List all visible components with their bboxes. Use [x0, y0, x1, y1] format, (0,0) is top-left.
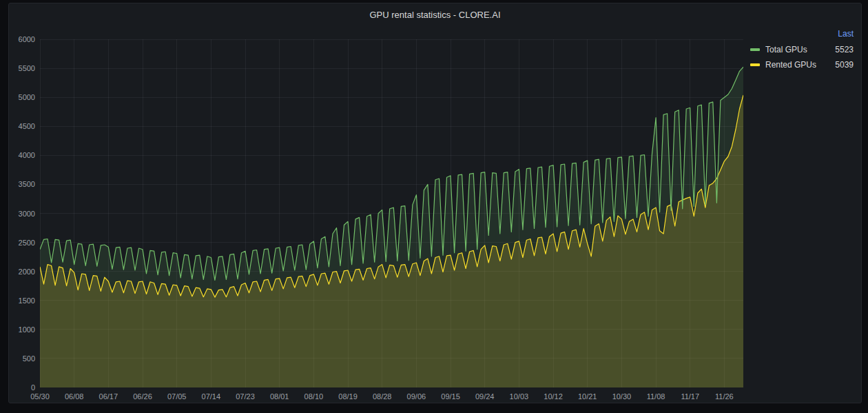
- legend-last-value-total-gpus: 5523: [835, 45, 854, 54]
- x-tick-label: 10/30: [601, 392, 642, 401]
- x-tick-label: 09/24: [464, 392, 506, 401]
- x-tick-label: 08/01: [259, 392, 300, 401]
- y-tick-label: 500: [9, 354, 35, 363]
- x-tick-label: 09/06: [395, 392, 437, 401]
- x-tick-label: 09/15: [430, 392, 471, 401]
- y-tick-label: 2500: [9, 238, 35, 248]
- x-tick-label: 11/17: [670, 392, 711, 401]
- y-tick-label: 3500: [9, 179, 35, 189]
- x-tick-label: 07/14: [190, 392, 231, 401]
- y-tick-label: 6000: [9, 34, 35, 44]
- y-tick-label: 4000: [9, 150, 35, 160]
- x-tick-label: 06/17: [87, 392, 129, 401]
- x-tick-label: 11/26: [703, 392, 745, 401]
- legend-last-value-rented-gpus: 5039: [835, 60, 854, 70]
- x-tick-label: 07/05: [156, 392, 198, 401]
- x-tick-label: 10/03: [498, 392, 539, 401]
- x-tick-label: 08/19: [327, 392, 369, 401]
- y-tick-label: 1000: [9, 325, 35, 334]
- x-tick-label: 11/08: [635, 392, 676, 401]
- legend: Last Total GPUs 5523 Rented GPUs 5039: [750, 28, 854, 72]
- legend-swatch-total-gpus: [750, 48, 760, 51]
- grafana-panel: GPU rental statistics - CLORE.AI 0500100…: [8, 3, 862, 403]
- legend-label-rented-gpus: Rented GPUs: [765, 60, 816, 70]
- x-tick-label: 07/23: [225, 392, 266, 401]
- y-tick-label: 5500: [9, 63, 35, 73]
- y-tick-label: 4500: [9, 121, 35, 131]
- x-tick-label: 10/12: [533, 392, 574, 401]
- legend-last-column-header[interactable]: Last: [750, 28, 854, 39]
- x-tick-label: 06/26: [122, 392, 163, 401]
- legend-item-total-gpus[interactable]: Total GPUs 5523: [750, 42, 854, 57]
- x-tick-label: 10/21: [567, 392, 608, 401]
- y-tick-label: 0: [9, 383, 35, 392]
- panel-header[interactable]: GPU rental statistics - CLORE.AI: [9, 8, 861, 23]
- x-tick-label: 06/08: [54, 392, 95, 401]
- legend-label-total-gpus: Total GPUs: [765, 45, 807, 54]
- timeseries-chart[interactable]: [40, 39, 743, 387]
- x-tick-label: 05/30: [19, 392, 61, 401]
- chart-plot-area[interactable]: [40, 39, 743, 387]
- panel-title: GPU rental statistics - CLORE.AI: [370, 10, 501, 20]
- x-tick-label: 08/10: [293, 392, 334, 401]
- y-tick-label: 1500: [9, 296, 35, 305]
- y-tick-label: 3000: [9, 209, 35, 219]
- legend-item-rented-gpus[interactable]: Rented GPUs 5039: [750, 57, 854, 72]
- legend-swatch-rented-gpus: [750, 63, 760, 66]
- y-tick-label: 2000: [9, 267, 35, 276]
- x-tick-label: 08/28: [362, 392, 403, 401]
- y-tick-label: 5000: [9, 92, 35, 102]
